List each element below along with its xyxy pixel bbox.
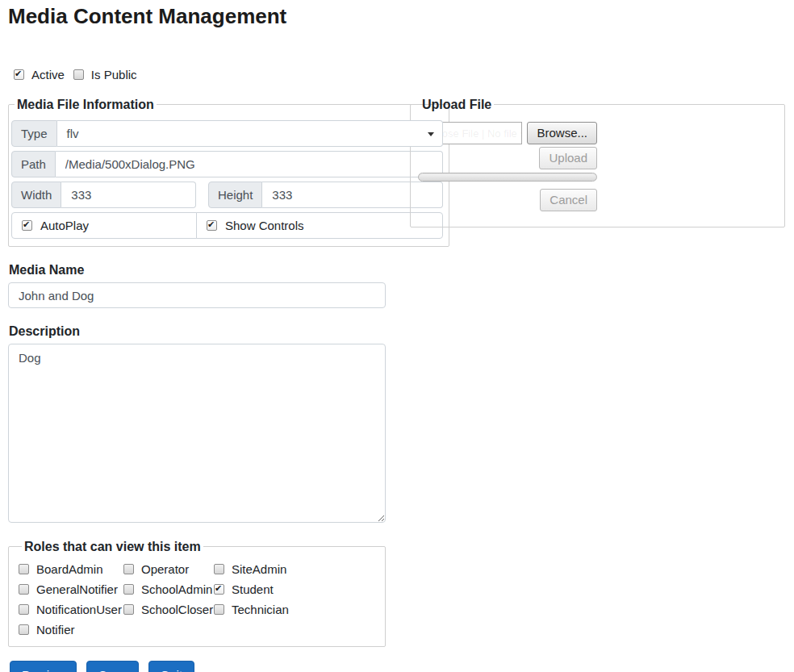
type-select[interactable]: flv	[57, 120, 444, 147]
role-checkbox[interactable]	[123, 604, 134, 615]
active-checkbox[interactable]	[14, 69, 24, 80]
role-label: Notifier	[36, 623, 75, 637]
path-input-group: Path	[11, 151, 443, 177]
show-controls-checkbox[interactable]	[207, 220, 217, 231]
main-columns: Media File Information Type flv Path Wid…	[8, 97, 785, 672]
width-input[interactable]	[61, 182, 196, 208]
type-input-group: Type flv	[11, 120, 443, 147]
role-label: NotificationUser	[36, 603, 122, 616]
roles-fieldset: Roles that can view this item BoardAdmin…	[8, 539, 386, 647]
roles-legend: Roles that can view this item	[22, 539, 203, 554]
upload-button-row: Upload	[417, 147, 597, 169]
role-label: Operator	[141, 562, 189, 576]
role-checkbox[interactable]	[214, 604, 224, 615]
role-checkbox[interactable]	[214, 584, 224, 595]
role-label: SchoolCloser	[141, 603, 213, 616]
upload-progress-bar	[418, 173, 597, 182]
role-item-generalnotifier[interactable]: GeneralNotifier	[19, 582, 123, 596]
role-label: GeneralNotifier	[36, 582, 118, 596]
media-file-information-fieldset: Media File Information Type flv Path Wid…	[8, 97, 449, 247]
role-item-schooladmin[interactable]: SchoolAdmin	[123, 582, 214, 596]
active-checkbox-field[interactable]: Active	[14, 68, 65, 81]
height-input-group: Height	[208, 182, 443, 208]
description-textarea[interactable]: Dog	[8, 344, 386, 523]
playback-options-row: AutoPlay Show Controls	[11, 212, 443, 239]
upload-button[interactable]: Upload	[539, 147, 597, 169]
role-label: Student	[232, 582, 274, 596]
autoplay-checkbox[interactable]	[22, 220, 32, 231]
role-label: Technician	[232, 603, 289, 616]
page-title: Media Content Management	[8, 4, 785, 29]
cancel-button-row: Cancel	[417, 189, 597, 211]
role-item-technician[interactable]: Technician	[214, 603, 378, 616]
right-column: Upload File Choose File | No file select…	[410, 97, 785, 227]
cancel-button[interactable]: Cancel	[540, 189, 597, 211]
role-checkbox[interactable]	[19, 604, 29, 615]
type-label: Type	[11, 120, 57, 147]
media-name-input[interactable]	[8, 282, 386, 308]
action-buttons-row: Preview Save Quit	[8, 661, 386, 672]
type-select-value: flv	[67, 127, 79, 140]
upload-file-fieldset: Upload File Choose File | No file select…	[410, 97, 785, 227]
left-column: Media File Information Type flv Path Wid…	[8, 97, 386, 672]
browse-button[interactable]: Browse...	[527, 122, 597, 144]
role-checkbox[interactable]	[123, 564, 134, 574]
upload-file-legend: Upload File	[420, 97, 494, 112]
role-checkbox[interactable]	[19, 624, 29, 635]
media-file-information-legend: Media File Information	[15, 97, 157, 112]
show-controls-label: Show Controls	[225, 219, 304, 232]
path-label: Path	[11, 151, 56, 177]
autoplay-checkbox-field[interactable]: AutoPlay	[11, 212, 197, 239]
role-checkbox[interactable]	[123, 584, 134, 595]
role-item-student[interactable]: Student	[214, 582, 378, 596]
role-checkbox[interactable]	[214, 564, 224, 574]
path-input[interactable]	[56, 151, 444, 177]
is-public-checkbox-field[interactable]: Is Public	[73, 68, 137, 81]
media-name-label: Media Name	[9, 263, 386, 278]
role-item-boardadmin[interactable]: BoardAdmin	[19, 562, 123, 576]
active-label: Active	[31, 68, 65, 81]
roles-grid: BoardAdminOperatorSiteAdminGeneralNotifi…	[19, 562, 378, 637]
role-item-operator[interactable]: Operator	[123, 562, 214, 576]
show-controls-checkbox-field[interactable]: Show Controls	[196, 212, 443, 239]
media-content-management-page: Media Content Management Active Is Publi…	[0, 0, 794, 672]
height-label: Height	[208, 182, 262, 208]
role-item-notificationuser[interactable]: NotificationUser	[19, 603, 123, 616]
is-public-checkbox[interactable]	[73, 69, 84, 80]
preview-button[interactable]: Preview	[10, 661, 77, 672]
dimensions-row: Width Height	[11, 182, 443, 208]
role-checkbox[interactable]	[19, 564, 29, 574]
role-label: SiteAdmin	[232, 562, 286, 576]
role-label: SchoolAdmin	[141, 582, 212, 596]
save-button[interactable]: Save	[86, 661, 138, 672]
top-checkbox-row: Active Is Public	[8, 68, 785, 81]
chevron-down-icon	[428, 132, 434, 136]
role-item-notifier[interactable]: Notifier	[19, 623, 123, 637]
role-checkbox[interactable]	[19, 584, 29, 595]
file-select-row: Choose File | No file selected Browse...	[417, 122, 597, 144]
upload-controls: Choose File | No file selected Browse...…	[417, 122, 597, 211]
autoplay-label: AutoPlay	[40, 219, 89, 232]
role-item-schoolcloser[interactable]: SchoolCloser	[123, 603, 214, 616]
description-label: Description	[9, 324, 386, 339]
role-item-siteadmin[interactable]: SiteAdmin	[214, 562, 378, 576]
width-label: Width	[11, 182, 61, 208]
role-label: BoardAdmin	[36, 562, 103, 576]
width-input-group: Width	[11, 182, 196, 208]
quit-button[interactable]: Quit	[148, 661, 195, 672]
is-public-label: Is Public	[91, 68, 137, 81]
